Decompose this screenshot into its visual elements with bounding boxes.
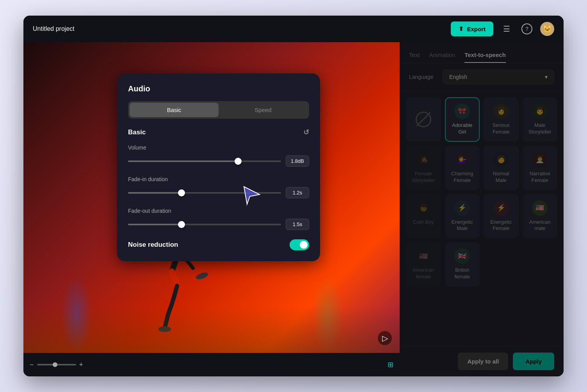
hamburger-button[interactable]: ☰ [500,22,514,36]
voice-avatar-charming-female: 💁‍♀️ [454,152,470,167]
voice-avatar-energetic-female: ⚡ [493,200,509,216]
voice-avatar-british-female: 🇬🇧 [454,248,470,264]
voice-card-energetic-male[interactable]: ⚡ Energetic Male [445,194,480,239]
voice-card-british-female[interactable]: 🇬🇧 British female [445,242,480,287]
voice-card-narrative-female[interactable]: 👩‍💼 Narrative Female [523,146,558,190]
help-icon: ? [521,23,532,34]
fade-in-slider-container: 1.2s [128,187,309,198]
fade-out-label: Fade-out duration [128,208,309,214]
fade-in-track[interactable] [128,192,281,194]
voice-avatar-narrative-female: 👩‍💼 [532,152,548,167]
zoom-plus-icon[interactable]: + [79,361,84,369]
noise-label: Noise reduction [128,241,178,249]
fade-out-track[interactable] [128,224,281,225]
voice-card-energetic-female[interactable]: ⚡ Energetic Female [484,194,519,239]
tabs: Text Animation Text-to-speech [400,42,564,63]
app-window: Untitled project ⬆ Export ☰ ? 🐱 [23,16,564,376]
volume-track[interactable] [128,160,281,162]
voice-avatar-male-storyteller: 👨 [532,103,548,119]
fade-in-label: Fade-in duration [128,176,309,182]
expand-icon[interactable]: ⊞ [388,360,393,369]
volume-slider-container: 1.8dB [128,155,309,167]
volume-label: Volume [128,144,309,151]
voice-avatar-adorable-girl: 🎀 [454,103,470,119]
right-panel: Text Animation Text-to-speech Language E… [400,42,564,376]
zoom-minus-icon[interactable]: − [30,361,34,369]
tab-text[interactable]: Text [409,48,420,63]
tab-tts[interactable]: Text-to-speech [464,48,506,63]
voice-avatar-serious-female: 👩 [493,103,509,119]
voice-avatar-american-female: 🇺🇸 [416,248,431,264]
voice-card-american-female[interactable]: 🇺🇸 American female [406,242,441,287]
audio-section-basic: Basic ↺ [128,128,309,137]
reset-icon[interactable]: ↺ [303,128,309,137]
fade-out-value: 1.5s [286,219,309,230]
voice-card-charming-female[interactable]: 💁‍♀️ Charming Female [445,146,480,190]
volume-value: 1.8dB [286,155,309,167]
voice-avatar-cute-boy: 👦 [416,200,431,216]
toggle-thumb [300,241,308,249]
avatar[interactable]: 🐱 [540,22,554,36]
hamburger-icon: ☰ [503,24,510,34]
voice-grid: 🎀 Adorable Girl 👩 Serious Female 👨 Male … [400,91,564,346]
audio-tab-basic[interactable]: Basic [130,103,219,117]
voice-avatar-american-male: 🇺🇸 [532,200,548,216]
language-label: Language [409,74,436,80]
voice-card-male-storyteller[interactable]: 👨 Male Storyteller [523,97,558,142]
play-button[interactable]: ▷ [378,331,392,345]
help-button[interactable]: ? [520,22,534,36]
voice-avatar-female-storyteller: 👩‍🎤 [416,152,431,167]
noise-row: Noise reduction [128,239,309,250]
language-row: Language English ▾ [400,63,564,91]
voice-card-cute-boy[interactable]: 👦 Cute Boy [406,194,441,239]
export-button[interactable]: ⬆ Export [451,21,493,36]
light-right [312,275,343,353]
apply-button[interactable]: Apply [513,353,554,370]
voice-card-american-male[interactable]: 🇺🇸 American male [523,194,558,239]
project-title: Untitled project [33,25,445,32]
header: Untitled project ⬆ Export ☰ ? 🐱 [23,16,564,42]
zoom-slider[interactable] [37,364,76,365]
audio-tab-speed[interactable]: Speed [219,103,308,117]
voice-card-normal-male[interactable]: 🧑 Normal Male [484,146,519,190]
fade-in-row: Fade-in duration 1.2s [128,176,309,198]
export-icon: ⬆ [459,25,464,32]
bottom-buttons: Apply to all Apply [400,346,564,376]
audio-panel-title: Audio [128,84,309,93]
chevron-down-icon: ▾ [545,74,548,80]
fade-out-row: Fade-out duration 1.5s [128,208,309,230]
voice-card-adorable-girl[interactable]: 🎀 Adorable Girl [445,97,480,142]
language-select[interactable]: English ▾ [443,69,554,84]
voice-card-serious-female[interactable]: 👩 Serious Female [484,97,519,142]
voice-avatar-normal-male: 🧑 [493,152,509,167]
no-voice-icon [416,112,431,127]
apply-all-button[interactable]: Apply to all [458,353,508,370]
tab-animation[interactable]: Animation [429,48,455,63]
voice-card-none[interactable] [406,97,441,142]
noise-toggle[interactable] [290,239,309,250]
voice-card-female-storyteller[interactable]: 👩‍🎤 Female Storyteller [406,146,441,190]
audio-panel: Audio Basic Speed Basic ↺ Volume 1.8dB [117,73,320,261]
volume-row: Volume 1.8dB [128,144,309,167]
fade-out-slider-container: 1.5s [128,219,309,230]
audio-tabs: Basic Speed [128,101,309,119]
voice-avatar-energetic-male: ⚡ [454,200,470,216]
fade-in-value: 1.2s [286,187,309,198]
timeline-bar: − + ⊞ [23,353,400,376]
light-left [61,275,92,353]
